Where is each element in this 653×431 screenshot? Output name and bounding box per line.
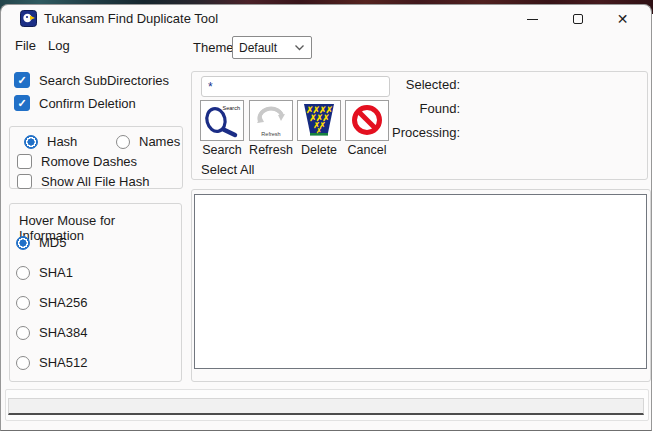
svg-text:Search: Search — [223, 105, 240, 111]
sha384-radio[interactable]: SHA384 — [16, 325, 87, 340]
svg-text:Refresh: Refresh — [261, 131, 280, 137]
processing-label: Processing: — [342, 121, 460, 145]
svg-text:✗: ✗ — [316, 127, 322, 134]
radio-icon — [16, 356, 30, 370]
checkbox-icon — [14, 95, 30, 111]
status-labels: Selected: Found: Processing: — [342, 73, 460, 145]
md5-radio-label: MD5 — [39, 235, 66, 250]
radio-icon — [16, 236, 30, 250]
refresh-icon: Refresh — [251, 102, 291, 139]
sha384-radio-label: SHA384 — [39, 325, 87, 340]
menu-log[interactable]: Log — [48, 38, 70, 53]
show-all-file-hash-checkbox[interactable]: Show All File Hash — [17, 174, 149, 189]
sha256-radio[interactable]: SHA256 — [16, 295, 87, 310]
results-listbox[interactable] — [194, 194, 647, 369]
theme-label: Theme — [193, 40, 233, 55]
search-caption: Search — [200, 143, 244, 157]
md5-radio[interactable]: MD5 — [16, 235, 66, 250]
progress-bar-track — [5, 389, 649, 421]
select-all-link[interactable]: Select All — [201, 162, 254, 177]
minimize-button[interactable] — [510, 5, 555, 33]
chevron-down-icon — [294, 44, 305, 51]
window-controls: ✕ — [510, 5, 645, 33]
delete-basket-icon: ✗✗✗✗ ✗✗✗ ✗✗ ✗ — [299, 102, 339, 139]
toolbar-groupbox: Search Refresh ✗✗✗✗ ✗✗✗ ✗✗ ✗ — [191, 71, 648, 180]
window-title: Tukansam Find Duplicate Tool — [44, 11, 218, 26]
names-radio-label: Names — [139, 134, 180, 149]
radio-icon — [116, 135, 130, 149]
menu-file[interactable]: File — [15, 38, 36, 53]
refresh-button[interactable]: Refresh — [249, 100, 293, 141]
minimize-icon — [527, 19, 538, 20]
mode-groupbox: Hash Names Romove Dashes Show All File H… — [9, 126, 183, 189]
sha512-radio-label: SHA512 — [39, 355, 87, 370]
theme-selected-value: Default — [239, 41, 277, 55]
delete-button[interactable]: ✗✗✗✗ ✗✗✗ ✗✗ ✗ — [297, 100, 341, 141]
remove-dashes-label: Romove Dashes — [41, 154, 137, 169]
radio-icon — [24, 135, 38, 149]
theme-select[interactable]: Default — [232, 36, 312, 59]
sha512-radio[interactable]: SHA512 — [16, 355, 87, 370]
delete-caption: Delete — [297, 143, 341, 157]
magnifier-icon: Search — [202, 102, 242, 139]
app-window: Tukansam Find Duplicate Tool ✕ File Log … — [0, 4, 652, 431]
cancel-caption: Cancel — [345, 143, 389, 157]
remove-dashes-checkbox[interactable]: Romove Dashes — [17, 154, 137, 169]
app-icon — [20, 10, 37, 27]
hash-algorithm-groupbox: Hover Mouse for Information MD5 SHA1 SHA… — [9, 203, 182, 382]
names-radio[interactable]: Names — [116, 134, 180, 149]
maximize-icon — [573, 14, 583, 24]
sha1-radio-label: SHA1 — [39, 265, 73, 280]
confirm-deletion-label: Confirm Deletion — [39, 96, 136, 111]
radio-icon — [16, 326, 30, 340]
confirm-deletion-checkbox[interactable]: Confirm Deletion — [14, 95, 136, 111]
close-icon: ✕ — [617, 12, 629, 26]
hash-radio-label: Hash — [47, 134, 77, 149]
selected-label: Selected: — [342, 73, 460, 97]
maximize-button[interactable] — [555, 5, 600, 33]
show-all-file-hash-label: Show All File Hash — [41, 174, 149, 189]
refresh-caption: Refresh — [249, 143, 293, 157]
search-subdirectories-checkbox[interactable]: Search SubDirectories — [14, 72, 169, 88]
search-subdirectories-label: Search SubDirectories — [39, 73, 169, 88]
close-button[interactable]: ✕ — [600, 5, 645, 33]
checkbox-icon — [17, 174, 32, 189]
sha1-radio[interactable]: SHA1 — [16, 265, 73, 280]
radio-icon — [16, 296, 30, 310]
hash-radio[interactable]: Hash — [24, 134, 77, 149]
checkbox-icon — [17, 154, 32, 169]
titlebar[interactable]: Tukansam Find Duplicate Tool ✕ — [1, 5, 651, 33]
found-label: Found: — [342, 97, 460, 121]
results-groupbox — [191, 189, 651, 382]
radio-icon — [16, 266, 30, 280]
sha256-radio-label: SHA256 — [39, 295, 87, 310]
progress-bar — [8, 398, 644, 415]
checkbox-icon — [14, 72, 30, 88]
search-button[interactable]: Search — [200, 100, 244, 141]
